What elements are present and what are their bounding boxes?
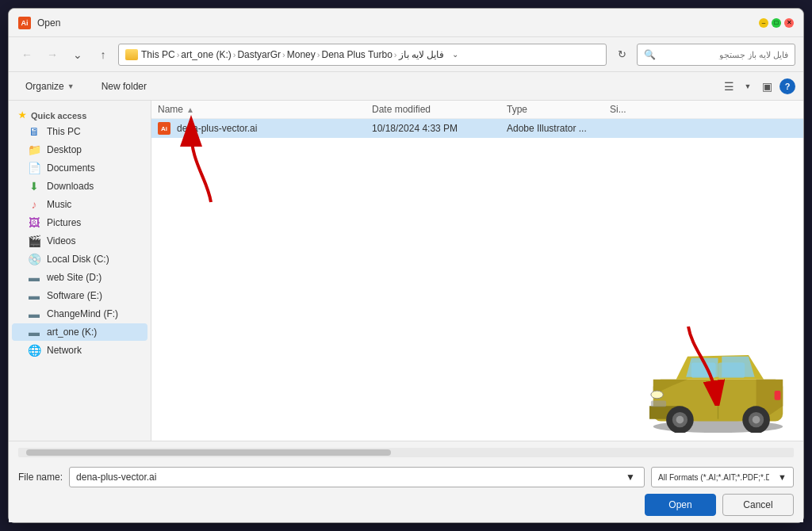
sidebar-item-changemind[interactable]: ▬ ChangeMind (F:) xyxy=(12,305,147,323)
breadcrumb-part-1[interactable]: This PC xyxy=(141,49,175,60)
new-folder-button[interactable]: New folder xyxy=(93,77,155,96)
sidebar-item-art-one[interactable]: ▬ art_one (K:) xyxy=(12,323,147,341)
sidebar-item-network[interactable]: 🌐 Network xyxy=(12,342,147,359)
sidebar-item-downloads-label: Downloads xyxy=(47,181,94,192)
sidebar-item-website-label: web Site (D:) xyxy=(47,272,102,283)
sidebar-item-downloads[interactable]: ⬇ Downloads xyxy=(12,178,147,195)
sidebar-item-this-pc[interactable]: 🖥 This PC xyxy=(12,123,147,140)
quick-access-header: ★ Quick access xyxy=(9,107,151,122)
quick-access-label: Quick access xyxy=(31,111,86,120)
file-list-area: Name ▲ Date modified Type Si... Ai dena-… xyxy=(151,101,803,441)
sidebar-item-this-pc-label: This PC xyxy=(47,126,81,137)
videos-icon: 🎬 xyxy=(28,235,40,247)
search-bar[interactable]: 🔍 xyxy=(637,44,795,66)
car-preview-image xyxy=(641,334,795,433)
sidebar-item-videos[interactable]: 🎬 Videos xyxy=(12,232,147,250)
sort-arrow-icon: ▲ xyxy=(186,105,194,114)
network-icon: 🌐 xyxy=(28,344,40,357)
breadcrumb-part-2[interactable]: art_one (K:) xyxy=(181,49,231,60)
file-name-dropdown-button[interactable]: ▼ xyxy=(623,467,638,487)
close-button[interactable]: ✕ xyxy=(784,18,794,28)
col-header-date[interactable]: Date modified xyxy=(366,104,500,115)
up-button[interactable]: ↑ xyxy=(93,44,113,65)
breadcrumb-part-4[interactable]: Money xyxy=(287,49,316,60)
open-button[interactable]: Open xyxy=(645,494,716,516)
sidebar-item-videos-label: Videos xyxy=(47,235,75,246)
sidebar-item-pictures[interactable]: 🖼 Pictures xyxy=(12,214,147,231)
table-row[interactable]: Ai dena-plus-vector.ai 10/18/2024 4:33 P… xyxy=(151,119,803,138)
sidebar-item-website[interactable]: ▬ web Site (D:) xyxy=(12,269,147,286)
col-date-label: Date modified xyxy=(372,104,431,115)
svg-rect-12 xyxy=(775,391,781,400)
documents-icon: 📄 xyxy=(28,162,40,174)
view-dropdown-button[interactable]: ▼ xyxy=(741,77,754,96)
scrollbar-thumb xyxy=(26,449,391,456)
svg-point-10 xyxy=(753,416,760,424)
title-left: Ai Open xyxy=(18,17,60,29)
svg-rect-4 xyxy=(718,363,745,378)
app-icon: Ai xyxy=(18,17,31,29)
sidebar-item-software-label: Software (E:) xyxy=(47,290,102,301)
window-title: Open xyxy=(37,17,60,29)
cancel-button[interactable]: Cancel xyxy=(722,494,794,516)
open-dialog: Ai Open – □ ✕ ← → ⌄ ↑ This PC › art_one … xyxy=(8,8,804,523)
breadcrumb-part-3[interactable]: DastyarGr xyxy=(237,49,281,60)
sidebar-item-music[interactable]: ♪ Music xyxy=(12,196,147,213)
help-button[interactable]: ? xyxy=(779,78,795,94)
maximize-button[interactable]: □ xyxy=(772,18,781,28)
sidebar: ★ Quick access 🖥 This PC 📁 Desktop 📄 Doc… xyxy=(9,101,151,441)
breadcrumb-sep-3: › xyxy=(282,50,285,59)
title-bar: Ai Open – □ ✕ xyxy=(9,9,803,37)
action-bar: Organize ▼ New folder ☰ ▼ ▣ ? xyxy=(9,72,803,101)
breadcrumb-bar[interactable]: This PC › art_one (K:) › DastyarGr › Mon… xyxy=(118,44,607,66)
breadcrumb-text: This PC › art_one (K:) › DastyarGr › Mon… xyxy=(141,49,444,60)
sidebar-item-art-one-label: art_one (K:) xyxy=(47,327,97,338)
breadcrumb-sep-4: › xyxy=(317,50,320,59)
breadcrumb-part-6[interactable]: فایل لایه باز xyxy=(399,49,445,60)
dropdown-recent-button[interactable]: ⌄ xyxy=(67,44,88,65)
dialog-buttons: Open Cancel xyxy=(18,494,794,516)
star-icon: ★ xyxy=(18,110,26,120)
preview-button[interactable]: ▣ xyxy=(757,77,776,96)
search-input[interactable] xyxy=(661,50,788,59)
downloads-icon: ⬇ xyxy=(28,180,40,193)
bottom-bar: File name: dena-plus-vector.ai ▼ All For… xyxy=(9,441,803,522)
sidebar-item-music-label: Music xyxy=(47,199,71,210)
file-date-text: 10/18/2024 4:33 PM xyxy=(372,123,458,134)
list-view-button[interactable]: ☰ xyxy=(719,77,738,96)
col-header-name[interactable]: Name ▲ xyxy=(151,104,366,115)
col-header-type[interactable]: Type xyxy=(500,104,603,115)
breadcrumb-sep-5: › xyxy=(394,50,397,59)
file-type-dropdown-icon: ▼ xyxy=(778,472,787,482)
sidebar-item-desktop[interactable]: 📁 Desktop xyxy=(12,141,147,159)
minimize-button[interactable]: – xyxy=(759,18,768,28)
svg-point-11 xyxy=(651,391,663,399)
window-controls: – □ ✕ xyxy=(759,18,794,28)
breadcrumb-part-5[interactable]: Dena Plus Turbo xyxy=(321,49,392,60)
software-drive-icon: ▬ xyxy=(28,289,40,302)
breadcrumb-sep-2: › xyxy=(233,50,236,59)
sidebar-item-desktop-label: Desktop xyxy=(47,144,82,155)
col-header-size[interactable]: Si... xyxy=(603,104,667,115)
sidebar-item-software[interactable]: ▬ Software (E:) xyxy=(12,287,147,304)
refresh-button[interactable]: ↻ xyxy=(611,44,632,65)
file-name-input[interactable]: dena-plus-vector.ai ▼ xyxy=(69,467,645,487)
breadcrumb-dropdown-button[interactable]: ⌄ xyxy=(447,44,463,66)
file-type-text: Adobe Illustrator ... xyxy=(507,123,587,134)
sidebar-item-pictures-label: Pictures xyxy=(47,217,81,228)
sidebar-item-documents-label: Documents xyxy=(47,162,95,174)
view-controls: ☰ ▼ ▣ ? xyxy=(719,77,795,96)
file-type-select[interactable]: All Formats (*.AI;*.AIT;*.PDF;*.D) ▼ xyxy=(651,467,794,487)
file-type-cell: Adobe Illustrator ... xyxy=(500,123,603,134)
col-size-label: Si... xyxy=(610,104,626,115)
sidebar-item-local-disk[interactable]: 💿 Local Disk (C:) xyxy=(12,250,147,268)
organize-button[interactable]: Organize ▼ xyxy=(17,77,83,96)
horizontal-scrollbar[interactable] xyxy=(18,448,794,457)
sidebar-item-documents[interactable]: 📄 Documents xyxy=(12,159,147,177)
svg-rect-3 xyxy=(691,363,716,378)
website-drive-icon: ▬ xyxy=(28,271,40,284)
back-button[interactable]: ← xyxy=(17,44,37,65)
forward-button[interactable]: → xyxy=(42,44,63,65)
ai-file-icon: Ai xyxy=(158,122,170,135)
file-name-label: File name: xyxy=(18,472,63,483)
